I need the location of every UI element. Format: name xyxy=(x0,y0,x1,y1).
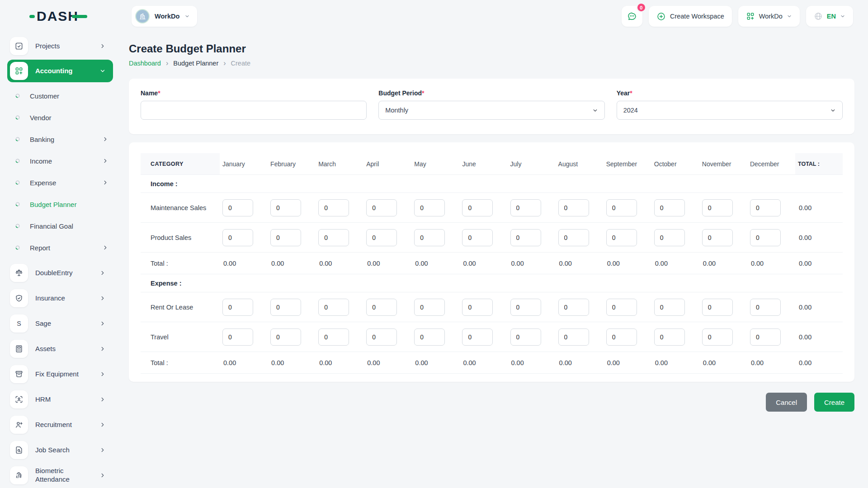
sidebar-subitem-vendor[interactable]: Vendor xyxy=(7,107,118,128)
budget-cell-input[interactable] xyxy=(366,299,397,316)
budget-cell-input[interactable] xyxy=(366,229,397,246)
budget-cell-input[interactable] xyxy=(462,199,493,216)
budget-row-label: Travel xyxy=(141,333,220,341)
total-row-label: Total : xyxy=(141,359,220,366)
total-row-value: 0.00 xyxy=(508,260,556,267)
chevron-down-icon xyxy=(787,14,792,19)
sidebar-subitem-expense[interactable]: Expense xyxy=(7,172,118,193)
budget-cell-input[interactable] xyxy=(318,199,349,216)
sidebar-subitem-label: Expense xyxy=(30,179,93,187)
budget-cell xyxy=(556,229,604,246)
budget-cell-input[interactable] xyxy=(462,299,493,316)
budget-cell-input[interactable] xyxy=(462,229,493,246)
language-selector[interactable]: EN xyxy=(806,6,853,27)
budget-period-select[interactable]: Monthly xyxy=(378,101,604,120)
budget-cell-input[interactable] xyxy=(558,229,589,246)
breadcrumb-item-dashboard[interactable]: Dashboard xyxy=(129,60,161,67)
budget-cell-input[interactable] xyxy=(414,299,445,316)
budget-cell-input[interactable] xyxy=(222,229,253,246)
month-header-march: March xyxy=(316,160,363,168)
budget-cell-input[interactable] xyxy=(270,229,301,246)
budget-cell-input[interactable] xyxy=(318,229,349,246)
create-workspace-button[interactable]: Create Workspace xyxy=(649,6,732,27)
app-logo[interactable]: DASH xyxy=(29,9,87,23)
messages-button[interactable]: 0 xyxy=(622,6,642,27)
budget-cell-input[interactable] xyxy=(462,328,493,346)
breadcrumb: Dashboard›Budget Planner›Create xyxy=(129,60,854,67)
sidebar-item-projects[interactable]: Projects xyxy=(7,34,113,58)
chevron-right-icon xyxy=(102,136,108,142)
sidebar-subitem-budget-planner[interactable]: Budget Planner xyxy=(7,193,118,215)
budget-cell-input[interactable] xyxy=(318,328,349,346)
sidebar-subitem-income[interactable]: Income xyxy=(7,150,118,172)
sidebar-subitem-banking[interactable]: Banking xyxy=(7,128,118,150)
breadcrumb-item-budget-planner[interactable]: Budget Planner xyxy=(173,60,218,67)
sidebar-subitem-label: Financial Goal xyxy=(30,222,118,230)
budget-cell-input[interactable] xyxy=(414,229,445,246)
grid-plus-icon xyxy=(10,62,28,80)
budget-cell-input[interactable] xyxy=(702,199,733,216)
budget-cell-input[interactable] xyxy=(654,229,685,246)
sidebar-item-biometric-attendance[interactable]: Biometric Attendance xyxy=(7,464,113,487)
budget-cell-input[interactable] xyxy=(750,229,781,246)
cancel-button[interactable]: Cancel xyxy=(766,393,807,412)
budget-cell-input[interactable] xyxy=(222,199,253,216)
budget-cell-input[interactable] xyxy=(750,199,781,216)
budget-cell-input[interactable] xyxy=(510,328,541,346)
budget-cell-input[interactable] xyxy=(510,199,541,216)
budget-cell-input[interactable] xyxy=(606,199,637,216)
sidebar-item-assets[interactable]: Assets xyxy=(7,337,113,361)
year-select[interactable]: 2024 xyxy=(617,101,843,120)
app-menu-button[interactable]: WorkDo xyxy=(738,6,800,27)
budget-cell-input[interactable] xyxy=(750,299,781,316)
budget-cell-input[interactable] xyxy=(222,299,253,316)
sidebar-item-fix-equipment[interactable]: Fix Equipment xyxy=(7,362,113,386)
budget-cell-input[interactable] xyxy=(654,328,685,346)
month-header-may: May xyxy=(411,160,459,168)
budget-row-rent-or-lease: Rent Or Lease0.00 xyxy=(141,292,843,322)
sidebar-subitem-customer[interactable]: Customer xyxy=(7,85,118,107)
budget-cell-input[interactable] xyxy=(702,299,733,316)
sidebar-subitem-report[interactable]: Report xyxy=(7,237,118,258)
budget-cell-input[interactable] xyxy=(510,229,541,246)
budget-cell-input[interactable] xyxy=(366,328,397,346)
budget-cell-input[interactable] xyxy=(318,299,349,316)
budget-cell xyxy=(363,229,411,246)
workspace-selector[interactable]: WorkDo xyxy=(132,6,197,27)
sidebar-item-doubleentry[interactable]: DoubleEntry xyxy=(7,261,113,285)
budget-cell-input[interactable] xyxy=(270,328,301,346)
budget-cell-input[interactable] xyxy=(558,328,589,346)
budget-cell-input[interactable] xyxy=(366,199,397,216)
budget-cell-input[interactable] xyxy=(270,299,301,316)
sidebar-item-accounting[interactable]: Accounting xyxy=(7,60,113,82)
budget-cell-input[interactable] xyxy=(414,199,445,216)
sidebar-subitem-financial-goal[interactable]: Financial Goal xyxy=(7,215,118,237)
budget-cell-input[interactable] xyxy=(654,199,685,216)
sidebar-item-insurance[interactable]: Insurance xyxy=(7,286,113,310)
budget-cell-input[interactable] xyxy=(606,328,637,346)
plus-circle-icon xyxy=(656,12,666,21)
budget-cell-input[interactable] xyxy=(558,299,589,316)
budget-cell-input[interactable] xyxy=(414,328,445,346)
budget-cell-input[interactable] xyxy=(270,199,301,216)
budget-cell-input[interactable] xyxy=(510,299,541,316)
budget-cell-input[interactable] xyxy=(654,299,685,316)
create-button[interactable]: Create xyxy=(814,393,854,412)
sidebar-item-hrm[interactable]: HRM xyxy=(7,388,113,411)
sidebar-item-recruitment[interactable]: Recruitment xyxy=(7,413,113,436)
sidebar-nav: ProjectsAccountingCustomerVendorBankingI… xyxy=(0,33,118,488)
budget-cell-input[interactable] xyxy=(702,229,733,246)
budget-cell-input[interactable] xyxy=(750,328,781,346)
name-input[interactable] xyxy=(141,101,367,120)
fingerprint-icon xyxy=(10,466,28,484)
sidebar-item-job-search[interactable]: Job Search xyxy=(7,438,113,462)
user-scan-icon xyxy=(10,390,28,408)
budget-cell xyxy=(556,299,604,316)
sidebar-item-sage[interactable]: SSage xyxy=(7,312,113,335)
budget-cell-input[interactable] xyxy=(558,199,589,216)
budget-cell-input[interactable] xyxy=(702,328,733,346)
budget-cell-input[interactable] xyxy=(606,299,637,316)
budget-cell-input[interactable] xyxy=(606,229,637,246)
budget-cell xyxy=(699,199,747,216)
budget-cell-input[interactable] xyxy=(222,328,253,346)
